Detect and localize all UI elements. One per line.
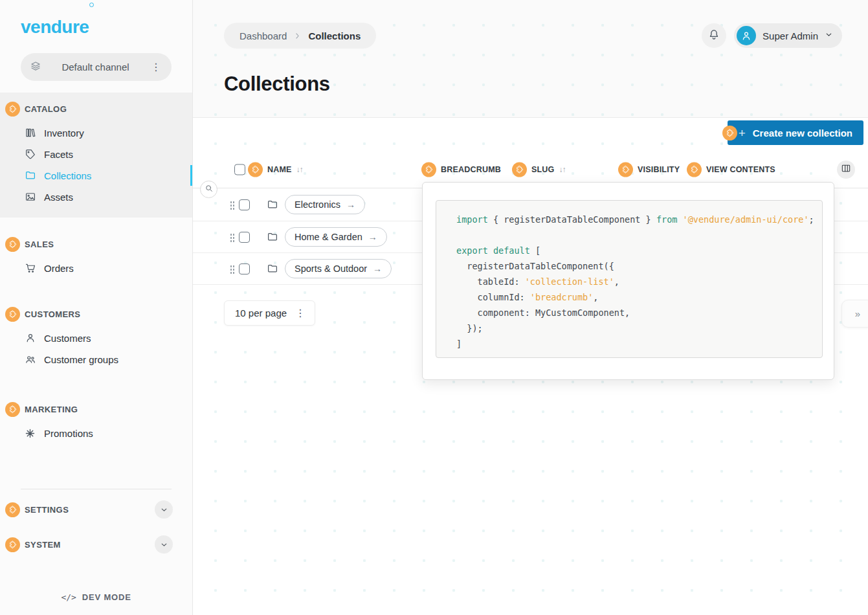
- chevron-down-icon: [825, 30, 833, 41]
- create-button-label: Create new collection: [753, 128, 852, 139]
- extension-badge-settings[interactable]: [5, 502, 20, 517]
- sidebar-item-orders[interactable]: Orders: [0, 258, 192, 278]
- breadcrumb-item-collections[interactable]: Collections: [308, 30, 361, 41]
- column-header-name[interactable]: NAME ↓↑: [234, 162, 303, 177]
- code-line: columnId: 'breadcrumb',: [456, 289, 822, 305]
- column-header-breadcrumb[interactable]: BREADCRUMB: [423, 162, 501, 177]
- collection-chip-home-garden[interactable]: Home & Garden →: [285, 227, 387, 247]
- next-page-button[interactable]: »: [841, 300, 868, 328]
- items-per-page-select[interactable]: 10 per page ⋮: [224, 300, 315, 326]
- row-checkbox[interactable]: [239, 232, 250, 243]
- extension-badge-catalog[interactable]: [5, 102, 20, 117]
- nav-group-label: CATALOG: [25, 104, 67, 114]
- channel-label: Default channel: [41, 62, 150, 73]
- notifications-button[interactable]: [702, 23, 726, 48]
- sidebar-item-facets[interactable]: Facets: [0, 144, 192, 164]
- extension-badge-system[interactable]: [5, 537, 20, 552]
- sidebar-item-label: Facets: [44, 149, 73, 160]
- search-toggle-button[interactable]: [200, 181, 217, 198]
- asterisk-icon: [24, 428, 36, 439]
- sort-icon[interactable]: ↓↑: [296, 165, 303, 174]
- user-menu[interactable]: Super Admin: [734, 23, 842, 48]
- extension-badge-breadcrumb-column[interactable]: [421, 162, 436, 177]
- users-icon: [24, 353, 36, 365]
- sidebar-item-assets[interactable]: Assets: [0, 186, 192, 207]
- sidebar-item-promotions[interactable]: Promotions: [0, 423, 192, 443]
- extension-badge-view-contents-column[interactable]: [687, 162, 702, 177]
- arrow-right-icon: →: [373, 263, 382, 274]
- code-line: registerDataTableComponent({: [456, 258, 822, 274]
- collection-chip-sports-outdoor[interactable]: Sports & Outdoor →: [285, 259, 392, 278]
- settings-expand-button[interactable]: [155, 500, 173, 519]
- column-label: VIEW CONTENTS: [706, 165, 775, 174]
- main-area: Dashboard Collections Super Admin Collec…: [193, 0, 868, 615]
- sidebar-item-inventory[interactable]: Inventory: [0, 122, 192, 143]
- extension-badge-sales[interactable]: [5, 237, 20, 252]
- nav-group-customers: CUSTOMERS Customers Customer groups: [0, 304, 192, 370]
- nav-group-label: SYSTEM: [25, 540, 61, 550]
- content-area: + Create new collection NAME ↓↑ BREADCRU…: [193, 118, 868, 615]
- drag-handle-icon[interactable]: [230, 200, 235, 210]
- select-all-checkbox[interactable]: [234, 164, 245, 175]
- extension-badge-name-column[interactable]: [248, 162, 263, 177]
- breadcrumb-item-dashboard[interactable]: Dashboard: [239, 30, 287, 41]
- app-window: vendure Default channel ⋮ CATALOG Invent…: [0, 0, 868, 615]
- nav-group-system[interactable]: SYSTEM: [0, 530, 192, 559]
- tag-icon: [24, 148, 36, 160]
- code-line: [456, 227, 822, 243]
- column-label: VISIBILITY: [638, 165, 680, 174]
- per-page-menu-icon[interactable]: ⋮: [294, 308, 307, 319]
- extension-badge-create-button[interactable]: [722, 126, 737, 140]
- code-line: export default [: [456, 243, 822, 258]
- sidebar-divider: [21, 489, 172, 489]
- channel-selector[interactable]: Default channel ⋮: [21, 53, 172, 81]
- folder-icon: [267, 231, 278, 243]
- system-expand-button[interactable]: [155, 535, 173, 554]
- user-name: Super Admin: [762, 30, 818, 41]
- code-block: import { registerDataTableComponent } fr…: [436, 200, 823, 358]
- create-new-collection-button[interactable]: + Create new collection: [728, 120, 863, 145]
- code-line: tableId: 'collection-list',: [456, 274, 822, 289]
- cart-icon: [24, 262, 36, 274]
- channel-menu-icon[interactable]: ⋮: [150, 62, 162, 73]
- nav-group-header-sales: SALES: [0, 234, 192, 254]
- collection-chip-electronics[interactable]: Electronics →: [285, 195, 365, 214]
- sidebar-item-collections[interactable]: Collections: [0, 165, 192, 186]
- chevron-right-icon: [293, 32, 302, 40]
- dev-mode-toggle[interactable]: </> DEV MODE: [0, 592, 192, 602]
- columns-icon: [841, 163, 851, 175]
- sidebar-item-label: Orders: [44, 263, 74, 274]
- collection-name: Electronics: [295, 199, 340, 210]
- double-chevron-right-icon: »: [855, 308, 860, 319]
- nav-group-label: CUSTOMERS: [25, 309, 80, 319]
- column-header-slug[interactable]: SLUG ↓↑: [514, 162, 566, 177]
- sidebar-item-label: Assets: [44, 192, 73, 203]
- folder-icon: [267, 263, 278, 274]
- sort-icon[interactable]: ↓↑: [559, 165, 566, 174]
- extension-badge-marketing[interactable]: [5, 402, 20, 417]
- nav-group-label: SETTINGS: [25, 505, 69, 515]
- extension-badge-slug-column[interactable]: [512, 162, 527, 177]
- user-icon: [24, 332, 36, 344]
- row-checkbox[interactable]: [239, 263, 250, 274]
- page-header: Dashboard Collections Super Admin Collec…: [193, 0, 868, 118]
- sidebar-item-label: Customers: [44, 333, 91, 344]
- extension-badge-visibility-column[interactable]: [618, 162, 633, 177]
- library-icon: [24, 127, 36, 139]
- header-controls: Super Admin: [702, 23, 842, 48]
- arrow-right-icon: →: [346, 199, 355, 210]
- column-header-visibility[interactable]: VISIBILITY: [620, 162, 680, 177]
- row-checkbox[interactable]: [239, 199, 250, 210]
- sidebar-item-customers[interactable]: Customers: [0, 328, 192, 348]
- drag-handle-icon[interactable]: [230, 264, 235, 274]
- plus-icon: +: [739, 127, 746, 139]
- column-header-view-contents[interactable]: VIEW CONTENTS: [689, 162, 775, 177]
- page-title: Collections: [224, 73, 330, 96]
- drag-handle-icon[interactable]: [230, 232, 235, 242]
- nav-group-header-marketing: MARKETING: [0, 399, 192, 419]
- sidebar-item-customer-groups[interactable]: Customer groups: [0, 349, 192, 370]
- nav-group-settings[interactable]: SETTINGS: [0, 495, 192, 524]
- extension-badge-customers[interactable]: [5, 307, 20, 322]
- column-settings-button[interactable]: [837, 161, 855, 179]
- nav-group-header-customers: CUSTOMERS: [0, 304, 192, 324]
